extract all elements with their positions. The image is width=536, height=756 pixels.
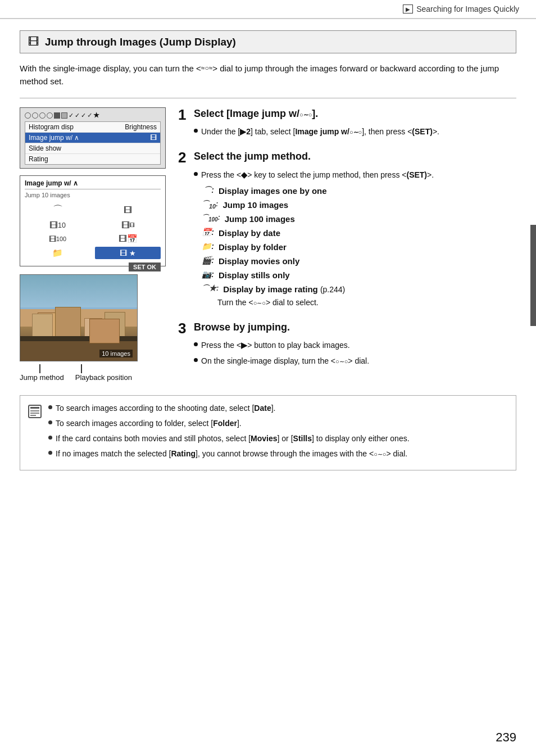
- sub-item-1: ⌒: Display images one by one: [202, 185, 516, 197]
- sub-item-5: 📁: Display by folder: [202, 241, 516, 253]
- sub-icon-8: ⌒★:: [202, 283, 219, 293]
- jump-icon-2: 🎞: [95, 202, 161, 218]
- step-number-2: 2: [178, 150, 186, 165]
- jump-submenu-subtitle: Jump 10 images: [25, 192, 161, 198]
- header-title: Searching for Images Quickly: [416, 4, 519, 13]
- note-bullet-dot: [48, 436, 52, 440]
- two-col-layout: ✓ ✓ ✓ ✓ ★ Histogram disp Brightness Imag…: [20, 107, 516, 382]
- note-item-3: If the card contains both movies and sti…: [48, 433, 507, 445]
- step-2: 2 Select the jump method. Press the <◆> …: [194, 150, 516, 309]
- menu-label-rating: Rating: [29, 155, 48, 163]
- jump-grid: ⌒ 🎞 🎞10 🎞🎞 🎞100 🎞📅 📁 🎞 ★: [25, 202, 161, 259]
- sub-label-6: Display movies only: [219, 255, 299, 267]
- checkmark-1: ✓: [69, 112, 74, 119]
- step-1-title: Select [Image jump w/○∼○].: [194, 107, 516, 120]
- checkmark-4: ✓: [87, 112, 92, 119]
- left-column: ✓ ✓ ✓ ✓ ★ Histogram disp Brightness Imag…: [20, 107, 166, 382]
- sub-label-2: Jump 10 images: [222, 199, 288, 211]
- right-column: 1 Select [Image jump w/○∼○]. Under the […: [177, 107, 516, 382]
- menu-label-histogram: Histogram disp: [29, 123, 74, 131]
- step-number-3: 3: [178, 321, 186, 336]
- note-bullet-dot: [48, 405, 52, 409]
- jump-icon-4: 🎞🎞: [95, 219, 161, 231]
- step-3: 3 Browse by jumping. Press the <▶> butto…: [194, 321, 516, 367]
- star-icon: ★: [93, 111, 99, 119]
- step-2-text-1: Press the <◆> key to select the jump met…: [201, 169, 434, 181]
- menu-value-histogram: Brightness: [125, 123, 157, 131]
- jump-icon-7: 📁: [25, 247, 90, 259]
- jump-submenu: Image jump w/ ∧ Jump 10 images ⌒ 🎞 🎞10 🎞…: [20, 175, 166, 266]
- page-number: 239: [496, 730, 516, 745]
- photo-overlay-text: 10 images: [99, 350, 133, 357]
- bullet-dot: [194, 129, 198, 133]
- sub-icon-2: ⌒10:: [202, 199, 218, 211]
- step-2-sub-bullets: ⌒: Display images one by one ⌒10: Jump 1…: [194, 185, 516, 309]
- sub-icon-4: 📅:: [202, 227, 214, 238]
- note-item-4: If no images match the selected [Rating]…: [48, 448, 507, 460]
- sub-label-4: Display by date: [219, 227, 280, 239]
- checkmark-2: ✓: [75, 112, 80, 119]
- step-3-bullet-1: Press the <▶> button to play back images…: [194, 339, 516, 351]
- note-text-1: To search images according to the shooti…: [56, 402, 275, 414]
- note-svg-icon: [27, 404, 43, 419]
- icon-square-1: [54, 112, 60, 119]
- sub-extra-text: Turn the <○∼○> dial to select.: [217, 297, 319, 309]
- sub-label-8: Display by image rating (p.244): [223, 283, 345, 296]
- sub-label-5: Display by folder: [219, 241, 287, 253]
- header-text: ▶ Searching for Images Quickly: [403, 4, 519, 13]
- page-container: ▶ Searching for Images Quickly 🎞 Jump th…: [0, 0, 536, 756]
- label-jump-method: Jump method: [20, 364, 64, 382]
- sub-item-4: 📅: Display by date: [202, 227, 516, 239]
- icon-square-2: [61, 112, 67, 119]
- jump-icon-3: 🎞10: [25, 219, 90, 231]
- play-icon: ▶: [403, 4, 413, 13]
- section-heading: Jump through Images (Jump Display): [45, 36, 236, 48]
- step-3-bullet-2: On the single-image display, turn the <○…: [194, 355, 516, 367]
- step-1-bullets: Under the [▶2] tab, select [Image jump w…: [194, 126, 516, 138]
- step-3-title: Browse by jumping.: [194, 321, 516, 334]
- step-3-text-2: On the single-image display, turn the <○…: [201, 355, 369, 367]
- sub-label-7: Display stills only: [219, 269, 290, 281]
- sub-label-1: Display images one by one: [219, 185, 327, 197]
- photo-building-graphic: [20, 275, 137, 361]
- camera-menu-rows: Histogram disp Brightness Image jump w/ …: [25, 121, 161, 165]
- jump-icon-8: 🎞 ★: [95, 247, 161, 259]
- step-1-bullet-1: Under the [▶2] tab, select [Image jump w…: [194, 126, 516, 138]
- intro-paragraph: With the single-image display, you can t…: [20, 62, 516, 88]
- step-1: 1 Select [Image jump w/○∼○]. Under the […: [194, 107, 516, 138]
- sub-item-8-extra: Turn the <○∼○> dial to select.: [202, 297, 516, 309]
- label-playback-position: Playback position: [75, 364, 132, 382]
- menu-row-histogram: Histogram disp Brightness: [25, 122, 160, 133]
- note-item-2: To search images according to folder, se…: [48, 418, 507, 429]
- top-bar: ▶ Searching for Images Quickly: [0, 0, 536, 19]
- camera-photo-area: 10 images Jump method Playback position: [20, 274, 166, 382]
- step-2-title: Select the jump method.: [194, 150, 516, 163]
- svg-rect-1: [30, 407, 39, 409]
- section-heading-box: 🎞 Jump through Images (Jump Display): [20, 30, 516, 53]
- sub-item-2: ⌒10: Jump 10 images: [202, 199, 516, 211]
- checkmark-3: ✓: [81, 112, 86, 119]
- sub-label-3: Jump 100 images: [225, 213, 295, 225]
- note-bullet-dot: [48, 420, 52, 424]
- menu-row-slideshow: Slide show: [25, 143, 160, 154]
- main-content: 🎞 Jump through Images (Jump Display) Wit…: [0, 19, 536, 482]
- icon-circle-1: [25, 112, 31, 119]
- note-item-1: To search images according to the shooti…: [48, 402, 507, 414]
- note-icon: [27, 404, 43, 423]
- note-box: To search images according to the shooti…: [20, 395, 516, 470]
- step-2-bullet-1: Press the <◆> key to select the jump met…: [194, 169, 516, 181]
- right-accent-bar: [530, 225, 536, 326]
- camera-menu-ui: ✓ ✓ ✓ ✓ ★ Histogram disp Brightness Imag…: [20, 107, 166, 169]
- sub-icon-1: ⌒:: [202, 185, 214, 196]
- jump-icon-1: ⌒: [25, 202, 90, 218]
- menu-top-icons: ✓ ✓ ✓ ✓ ★: [25, 111, 161, 119]
- menu-label-slideshow: Slide show: [29, 144, 61, 152]
- camera-reel-icon: 🎞: [28, 35, 39, 48]
- set-ok-button[interactable]: SET OK: [129, 262, 161, 271]
- step-3-bullets: Press the <▶> button to play back images…: [194, 339, 516, 367]
- section-divider: [20, 98, 516, 98]
- jump-icon-6: 🎞📅: [95, 233, 161, 245]
- sub-icon-6: 🎬:: [202, 255, 214, 266]
- camera-photo: 10 images: [20, 274, 138, 361]
- sub-item-7: 📷: Display stills only: [202, 269, 516, 281]
